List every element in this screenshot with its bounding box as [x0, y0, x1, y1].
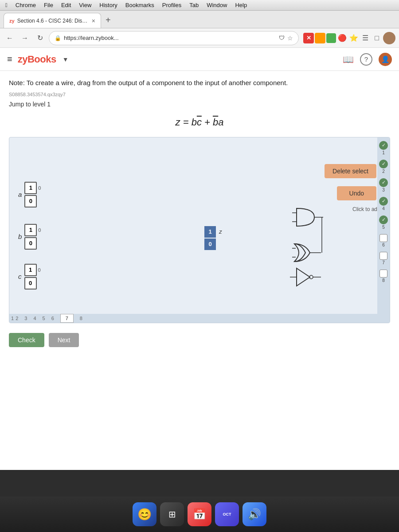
book-icon[interactable]: 📖 — [343, 54, 354, 65]
scroll-label-8: 8 — [80, 316, 82, 321]
output-val1: 1 — [204, 226, 216, 238]
level-5-check[interactable]: ✓ — [379, 215, 388, 224]
ext-icon-x[interactable]: ✕ — [303, 33, 314, 43]
menu-bar:  Chrome File Edit View History Bookmark… — [0, 0, 399, 11]
var-a-row: 1 0 — [24, 182, 41, 194]
var-c-val1[interactable]: 1 — [24, 264, 37, 276]
address-bar: ← → ↻ 🔒 https://learn.zybook... 🛡 ☆ ✕ 🔴 … — [0, 28, 399, 48]
refresh-button[interactable]: ↻ — [34, 32, 46, 44]
dock-finder-icon[interactable]: 😊 — [133, 502, 156, 526]
scroll-label-1: 1 — [11, 316, 14, 321]
jump-level-link[interactable]: Jump to level 1 — [9, 101, 390, 108]
session-id: S08858.3453574.qx3zqy7 — [9, 92, 390, 97]
var-b-val0[interactable]: 0 — [24, 237, 37, 250]
grid-icon: ⊞ — [168, 509, 176, 520]
next-button[interactable]: Next — [49, 333, 79, 347]
level-1-check[interactable]: ✓ — [379, 141, 388, 150]
note-text: Note: To create a wire, drag from the ou… — [9, 78, 390, 88]
level-3-check[interactable]: ✓ — [379, 178, 388, 187]
var-b-val1[interactable]: 1 — [24, 224, 37, 236]
forward-button[interactable]: → — [19, 32, 31, 44]
level-2-check[interactable]: ✓ — [379, 160, 388, 168]
profile-avatar[interactable] — [383, 32, 395, 44]
url-bar[interactable]: 🔒 https://learn.zybook... 🛡 ☆ — [49, 31, 299, 45]
bookmark-star-icon[interactable]: ☆ — [287, 35, 293, 42]
level-7-box[interactable] — [379, 252, 387, 260]
menu-bookmarks[interactable]: Bookmarks — [125, 2, 154, 8]
menu-tab[interactable]: Tab — [189, 2, 199, 8]
level-1: ✓ 1 — [379, 141, 388, 155]
var-a-label: a — [18, 191, 22, 198]
menu-view[interactable]: View — [79, 2, 91, 8]
calendar-icon: 📅 — [193, 508, 206, 520]
logic-gate-svg — [283, 195, 354, 293]
output-z-label: z — [219, 228, 222, 235]
level-4: ✓ 4 — [379, 197, 388, 211]
active-tab[interactable]: zy Section 4.6 - CISC 246: Discre × — [4, 13, 101, 28]
circuit-scrollbar[interactable]: 1 2 3 4 5 6 7 8 — [9, 314, 390, 323]
level-4-num: 4 — [382, 206, 385, 211]
dock-oct-icon[interactable]: OCT — [215, 502, 239, 526]
scroll-label-5: 5 — [43, 316, 45, 321]
dock-sound-icon[interactable]: 🔊 — [243, 502, 266, 526]
ext-icon-orange[interactable] — [315, 33, 325, 43]
formula-text: z = bc + ba — [176, 117, 224, 128]
scroll-current-number: 7 — [60, 314, 74, 323]
level-indicators: ✓ 1 ✓ 2 ✓ 3 ✓ 4 ✓ 5 6 — [377, 137, 390, 323]
menu-edit[interactable]: Edit — [61, 2, 71, 8]
level-1-num: 1 — [382, 150, 385, 155]
or-gate — [292, 244, 321, 262]
var-b-inputs: 1 0 0 — [24, 224, 41, 250]
ext-icon-plain1[interactable]: 🔴 — [337, 33, 348, 43]
bottom-buttons: Check Next — [9, 328, 390, 352]
check-button[interactable]: Check — [9, 333, 44, 347]
help-icon[interactable]: ? — [360, 53, 372, 66]
dock-calendar-icon[interactable]: 📅 — [188, 502, 211, 526]
level-6-box[interactable] — [379, 234, 387, 242]
tab-close-button[interactable]: × — [92, 17, 95, 24]
level-2: ✓ 2 — [379, 160, 388, 174]
ext-icon-green[interactable] — [326, 33, 336, 43]
new-tab-button[interactable]: + — [101, 13, 115, 27]
zybooks-header: ≡ zyBooks ▼ 📖 ? 👤 — [0, 48, 399, 71]
menu-file[interactable]: File — [44, 2, 53, 8]
ext-icon-square[interactable]: □ — [372, 33, 382, 43]
extension-icons: ✕ 🔴 ⭐ ☰ □ — [303, 32, 395, 44]
level-5-num: 5 — [382, 225, 385, 230]
dock-grid-icon[interactable]: ⊞ — [160, 502, 184, 526]
output-display: 1 z 0 — [204, 226, 222, 250]
logo-dropdown-arrow[interactable]: ▼ — [63, 56, 69, 63]
apple-menu[interactable]:  — [5, 2, 8, 8]
lock-icon: 🔒 — [55, 35, 61, 41]
var-c-label: c — [18, 273, 22, 280]
menu-profiles[interactable]: Profiles — [162, 2, 181, 8]
ext-icon-menu[interactable]: ☰ — [360, 33, 371, 43]
hamburger-menu-button[interactable]: ≡ — [7, 54, 12, 64]
menu-history[interactable]: History — [99, 2, 117, 8]
url-text: https://learn.zybook... — [64, 35, 276, 41]
dock: 😊 ⊞ 📅 OCT 🔊 — [0, 497, 399, 532]
menu-chrome[interactable]: Chrome — [16, 2, 36, 8]
var-a-val0[interactable]: 0 — [24, 195, 37, 207]
profile-icon[interactable]: 👤 — [379, 53, 392, 66]
level-7: 7 — [379, 252, 387, 265]
menu-help[interactable]: Help — [235, 2, 247, 8]
var-b-row: 1 0 — [24, 224, 41, 236]
level-8-box[interactable] — [379, 270, 387, 278]
level-4-check[interactable]: ✓ — [379, 197, 388, 206]
var-a-val1[interactable]: 1 — [24, 182, 37, 194]
var-a-container: a 1 0 0 — [18, 182, 41, 207]
ext-icon-star[interactable]: ⭐ — [348, 33, 359, 43]
var-c-val0[interactable]: 0 — [24, 277, 37, 289]
back-button[interactable]: ← — [4, 32, 16, 44]
scroll-label-6: 6 — [51, 316, 54, 321]
delete-selected-button[interactable]: Delete select — [325, 164, 376, 178]
menu-window[interactable]: Window — [207, 2, 227, 8]
scroll-label-2: 2 — [16, 316, 18, 321]
output-row: 1 z — [204, 226, 222, 238]
var-c-container: c 1 0 0 — [18, 264, 41, 289]
and-gate-top — [292, 208, 323, 226]
tab-title: Section 4.6 - CISC 246: Discre — [17, 18, 89, 24]
circuit-area[interactable]: Delete select Undo Click to add. a 1 0 0… — [9, 137, 390, 323]
sound-icon: 🔊 — [248, 508, 261, 520]
